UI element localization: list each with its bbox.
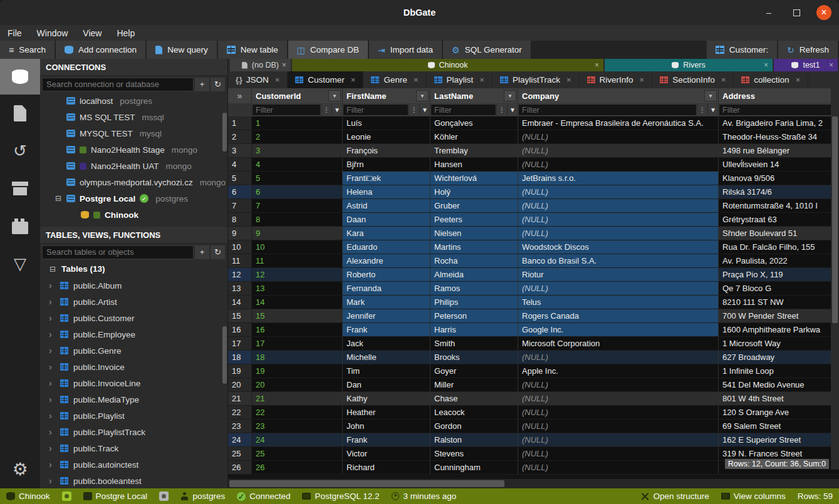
- grid-cell[interactable]: 1 Infinite Loop: [719, 364, 839, 378]
- grid-cell[interactable]: JetBrains s.r.o.: [518, 172, 719, 185]
- grid-cell[interactable]: 20: [252, 378, 343, 391]
- grid-cell[interactable]: 1 Microsoft Way: [719, 337, 839, 350]
- table-item[interactable]: ›public.Artist: [40, 294, 227, 310]
- chevron-right-icon[interactable]: ›: [49, 476, 55, 486]
- table-item[interactable]: ›public.autoinctest: [40, 456, 227, 473]
- grid-cell[interactable]: 11: [252, 254, 343, 267]
- connection-item[interactable]: MYSQL TESTmysql: [40, 125, 227, 141]
- filter-kebab-icon[interactable]: ⋮: [496, 104, 507, 116]
- grid-cell[interactable]: 22: [252, 406, 343, 419]
- filter-funnel-icon[interactable]: ▼: [507, 104, 518, 116]
- activitybar-database[interactable]: [0, 59, 40, 95]
- grid-cell[interactable]: Stevens: [430, 447, 518, 460]
- grid-cell[interactable]: Ralston: [430, 433, 518, 446]
- chevron-right-icon[interactable]: ›: [49, 394, 55, 404]
- close-icon[interactable]: ×: [479, 75, 484, 85]
- grid-cell[interactable]: Peeters: [430, 213, 518, 226]
- tab-playlist[interactable]: Playlist×: [427, 71, 492, 88]
- grid-cell[interactable]: Rocha: [430, 254, 518, 267]
- grid-cell[interactable]: (NULL): [518, 227, 719, 240]
- grid-cell[interactable]: Rotenturmstraße 4, 1010 I: [719, 199, 839, 212]
- column-header-lastname[interactable]: LastName▼: [430, 88, 518, 103]
- filter-kebab-icon[interactable]: ⋮: [409, 104, 419, 116]
- grid-cell[interactable]: Klanova 9/506: [719, 172, 839, 185]
- activitybar-settings[interactable]: ⚙: [0, 451, 40, 488]
- activitybar-plugins[interactable]: [0, 207, 40, 245]
- collapse-icon[interactable]: ⊟: [49, 265, 56, 274]
- grid-cell[interactable]: 541 Del Medio Avenue: [719, 378, 839, 391]
- grid-cell[interactable]: 162 E Superior Street: [719, 433, 839, 446]
- menu-window[interactable]: Window: [37, 28, 68, 38]
- grid-cell[interactable]: Kara: [343, 227, 430, 240]
- grid-cell[interactable]: 627 Broadway: [719, 351, 839, 364]
- grid-cell[interactable]: (NULL): [518, 378, 719, 391]
- row-number[interactable]: 14: [228, 296, 252, 309]
- grid-cell[interactable]: Chase: [430, 392, 518, 405]
- menu-view[interactable]: View: [83, 28, 102, 38]
- grid-cell[interactable]: Helena: [343, 185, 430, 198]
- chevron-right-icon[interactable]: ›: [49, 362, 55, 372]
- grid-cell[interactable]: (NULL): [518, 130, 719, 143]
- chevron-right-icon[interactable]: ›: [49, 378, 55, 388]
- grid-cell[interactable]: 5: [252, 172, 343, 185]
- connection-item[interactable]: Nano2Health UATmongo: [40, 158, 227, 174]
- grid-cell[interactable]: Sřnder Boulevard 51: [719, 227, 839, 240]
- close-button[interactable]: ×: [816, 5, 831, 20]
- row-number[interactable]: 18: [228, 351, 252, 364]
- grid-cell[interactable]: 23: [252, 419, 343, 433]
- grid-cell[interactable]: 25: [252, 447, 343, 460]
- connection-item[interactable]: ⊟Postgre Local✓postgres: [40, 190, 227, 207]
- grid-cell[interactable]: (NULL): [518, 392, 719, 405]
- grid-cell[interactable]: Banco do Brasil S.A.: [518, 254, 719, 267]
- tab-riverinfo[interactable]: RiverInfo×: [580, 71, 653, 88]
- grid-cell[interactable]: Embraer - Empresa Brasileira de Aeronáut…: [518, 116, 719, 130]
- activitybar-archive[interactable]: [0, 170, 40, 207]
- tab-playlisttrack[interactable]: PlaylistTrack×: [492, 71, 580, 88]
- grid-cell[interactable]: Brooks: [430, 351, 518, 364]
- close-icon[interactable]: ×: [595, 61, 599, 69]
- column-header-address[interactable]: Address▼: [719, 88, 839, 103]
- chevron-right-icon[interactable]: ›: [49, 313, 55, 323]
- grid-cell[interactable]: 6: [252, 185, 343, 198]
- grid-cell[interactable]: (NULL): [518, 185, 719, 198]
- new-query-button[interactable]: New query: [147, 41, 217, 59]
- chevron-right-icon[interactable]: ›: [49, 297, 55, 307]
- refresh-connections-button[interactable]: ↻: [211, 78, 225, 91]
- grid-cell[interactable]: Michelle: [343, 351, 430, 364]
- grid-cell[interactable]: Daan: [343, 213, 430, 226]
- grid-horizontal-scrollbar-thumb[interactable]: [229, 480, 504, 487]
- connection-item[interactable]: Nano2Health Stagemongo: [40, 141, 227, 158]
- grid-cell[interactable]: Almeida: [430, 268, 518, 281]
- grid-cell[interactable]: 319 N. Frances Street: [719, 447, 839, 460]
- grid-cell[interactable]: (NULL): [518, 406, 719, 419]
- row-number[interactable]: 20: [228, 378, 252, 391]
- filter-funnel-icon[interactable]: ▼: [419, 104, 430, 116]
- grid-cell[interactable]: Victor: [343, 447, 430, 460]
- grid-cell[interactable]: (NULL): [518, 351, 719, 364]
- row-number[interactable]: 12: [228, 268, 252, 281]
- grid-cell[interactable]: Franti□ek: [343, 172, 430, 185]
- connection-item[interactable]: MS SQL TESTmssql: [40, 109, 227, 125]
- grid-cell[interactable]: 8210 111 ST NW: [719, 296, 839, 309]
- row-number[interactable]: 7: [228, 199, 252, 212]
- import-data-button[interactable]: ⇥Import data: [369, 41, 442, 59]
- grid-cell[interactable]: 1498 rue Bélanger: [719, 144, 839, 157]
- close-icon[interactable]: ×: [829, 61, 833, 69]
- grid-cell[interactable]: 4: [252, 158, 343, 171]
- table-item[interactable]: ›public.Invoice: [40, 359, 227, 375]
- row-number[interactable]: 4: [228, 158, 252, 171]
- grid-cell[interactable]: (NULL): [518, 419, 719, 433]
- grid-cell[interactable]: Frank: [343, 433, 430, 446]
- filter-funnel-icon[interactable]: ▼: [331, 104, 342, 116]
- add-connection-button[interactable]: Add connection: [56, 41, 145, 59]
- column-header-company[interactable]: Company▼: [518, 88, 719, 103]
- connection-item[interactable]: localhostpostgres: [40, 93, 227, 109]
- tab-customer[interactable]: Customer×: [288, 71, 363, 88]
- grid-cell[interactable]: Apple Inc.: [518, 364, 719, 378]
- dbtab-chinook[interactable]: Chinook×: [292, 59, 603, 71]
- connection-item[interactable]: Chinook: [40, 207, 227, 223]
- table-item[interactable]: ›public.MediaType: [40, 391, 227, 408]
- grid-cell[interactable]: Kathy: [343, 392, 430, 405]
- grid-cell[interactable]: Eduardo: [343, 240, 430, 254]
- close-icon[interactable]: ×: [282, 61, 286, 69]
